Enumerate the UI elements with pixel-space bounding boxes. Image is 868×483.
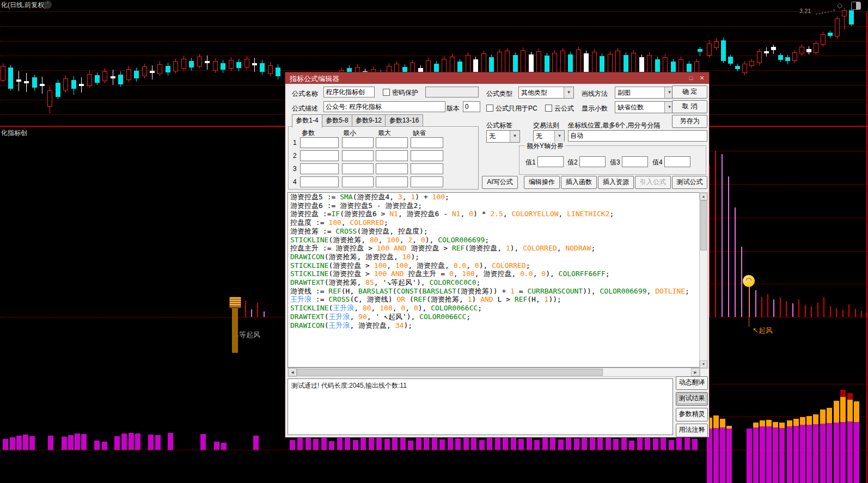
usage-notes-button[interactable]: 用法注释: [676, 424, 708, 437]
dialog-titlebar[interactable]: 指标公式编辑器 □ ✕: [285, 72, 709, 84]
candle: [181, 59, 186, 69]
import-formula-button[interactable]: 引入公式: [635, 176, 671, 189]
param-input-r3c3[interactable]: [376, 163, 408, 174]
volume-bar-orange: [753, 423, 759, 427]
panel-layout-icon[interactable]: [851, 2, 861, 10]
volume-bar: [400, 438, 406, 450]
password-input[interactable]: [425, 87, 479, 97]
volume-bar: [290, 440, 295, 450]
tab-params-1[interactable]: 参数1-4: [292, 114, 322, 128]
desc-input[interactable]: 公众号: 程序化指标: [323, 101, 445, 112]
indicator-spike: [773, 299, 774, 317]
chart-right-border: [866, 11, 867, 483]
h-scroll-thumb[interactable]: [297, 369, 603, 376]
password-checkbox[interactable]: 密码保护: [383, 88, 418, 97]
param-input-r4c4[interactable]: [411, 176, 443, 187]
param-input-r3c4[interactable]: [411, 163, 443, 174]
param-input-r4c3[interactable]: [376, 176, 408, 187]
param-input-r1c1[interactable]: [300, 137, 339, 148]
volume-bar-magenta: [787, 426, 792, 483]
axis-pos-input[interactable]: 自动: [568, 130, 707, 142]
param-input-r2c2[interactable]: [342, 150, 374, 161]
h-scrollbar[interactable]: ◀ ▶: [288, 368, 700, 377]
param-input-r3c2[interactable]: [342, 163, 374, 174]
param-input-r2c3[interactable]: [376, 150, 408, 161]
candle: [778, 55, 783, 60]
code-editor[interactable]: 游资控盘5 := SMA(游资控盘4, 3, 1) + 100;游资控盘6 :=…: [288, 192, 700, 368]
ai-write-button[interactable]: AI写公式: [482, 176, 518, 189]
symbol-dropdown-icon[interactable]: ˇ: [44, 1, 52, 9]
code-line: STICKLINE(游资控盘 > 100, 100, 游资控盘, 0.0, 0)…: [288, 261, 700, 270]
candle: [56, 83, 60, 97]
cloud-checkbox[interactable]: 云公式: [545, 104, 574, 113]
chevron-down-icon[interactable]: ▾: [564, 87, 573, 98]
save-as-button[interactable]: 另存为: [672, 115, 707, 128]
v-scroll-thumb[interactable]: [700, 200, 707, 250]
ok-button[interactable]: 确 定: [672, 85, 707, 99]
candle: [655, 59, 660, 73]
tab-params-4[interactable]: 参数13-16: [385, 114, 423, 127]
tab-params-2[interactable]: 参数5-8: [322, 114, 352, 127]
decimals-select[interactable]: 缺省位数▾: [615, 101, 675, 113]
insert-function-button[interactable]: 插入函数: [561, 176, 597, 189]
candle: [698, 49, 702, 52]
edit-ops-button[interactable]: 编辑操作: [524, 176, 560, 189]
candle: [244, 59, 249, 68]
param-input-r2c1[interactable]: [300, 150, 339, 161]
chevron-down-icon[interactable]: ▾: [510, 131, 519, 142]
indicator-spike: [830, 306, 831, 317]
candle: [497, 52, 502, 73]
candle: [87, 74, 92, 86]
v4-input[interactable]: [664, 156, 690, 167]
type-select[interactable]: 其他类型▾: [518, 87, 574, 99]
scroll-up-icon[interactable]: ▲: [700, 193, 707, 200]
volume-bar: [637, 437, 643, 450]
app-window: 化(日线,前复权) ˇ ◇ 化指标创 3.21 ↘等起风 ↖起风 ◠ 指标公式编…: [0, 0, 868, 483]
dynamic-translate-button[interactable]: 动态翻译: [676, 376, 708, 390]
candle: [166, 66, 170, 72]
tag-select[interactable]: 无▾: [486, 130, 520, 143]
param-input-r4c2[interactable]: [342, 176, 374, 187]
cancel-button[interactable]: 取 消: [672, 100, 707, 113]
indicator-spike: [245, 301, 246, 317]
pc-only-checkbox[interactable]: 公式只用于PC: [486, 104, 537, 113]
candle: [466, 55, 470, 73]
scroll-left-icon[interactable]: ◀: [288, 368, 297, 376]
chevron-down-icon[interactable]: ▾: [554, 131, 564, 142]
volume-bar-magenta: [753, 427, 759, 483]
param-input-r1c4[interactable]: [411, 137, 443, 148]
candle: [552, 53, 557, 73]
indicator-spike: [861, 311, 862, 317]
scroll-down-icon[interactable]: ▼: [700, 360, 707, 368]
test-result-button[interactable]: 测试结果: [676, 392, 708, 406]
trade-rule-select[interactable]: 无▾: [533, 130, 565, 143]
test-formula-button[interactable]: 测试公式: [672, 176, 707, 189]
maximize-icon[interactable]: □: [686, 74, 696, 82]
volume-bar-magenta: [827, 423, 832, 483]
volume-bar: [550, 437, 555, 450]
insert-resource-button[interactable]: 插入资源: [598, 176, 634, 189]
v3-input[interactable]: [622, 156, 648, 167]
param-input-r3c1[interactable]: [300, 163, 339, 174]
candle: [102, 71, 107, 81]
indicator-spike: [842, 310, 843, 317]
param-input-r4c1[interactable]: [300, 176, 339, 187]
param-input-r1c2[interactable]: [342, 137, 374, 148]
indicator-spike: [761, 297, 762, 317]
close-icon[interactable]: ✕: [697, 74, 707, 82]
draw-method-select[interactable]: 副图▾: [615, 87, 675, 99]
v-scrollbar[interactable]: ▲ ▼: [699, 192, 708, 369]
candle: [157, 64, 162, 74]
tab-params-3[interactable]: 参数9-12: [352, 114, 386, 127]
param-input-r1c3[interactable]: [376, 137, 408, 148]
diamond-icon[interactable]: ◇: [837, 1, 842, 9]
volume-bar: [221, 443, 227, 450]
v1-input[interactable]: [537, 156, 564, 167]
v2-input[interactable]: [579, 156, 606, 167]
indicator-spike: [715, 151, 716, 317]
param-input-r2c4[interactable]: [411, 150, 443, 161]
name-input[interactable]: 程序化指标创: [323, 87, 375, 97]
version-input[interactable]: 0: [463, 101, 480, 112]
param-wizard-button[interactable]: 参数精灵: [676, 408, 708, 421]
scroll-right-icon[interactable]: ▶: [691, 368, 700, 376]
